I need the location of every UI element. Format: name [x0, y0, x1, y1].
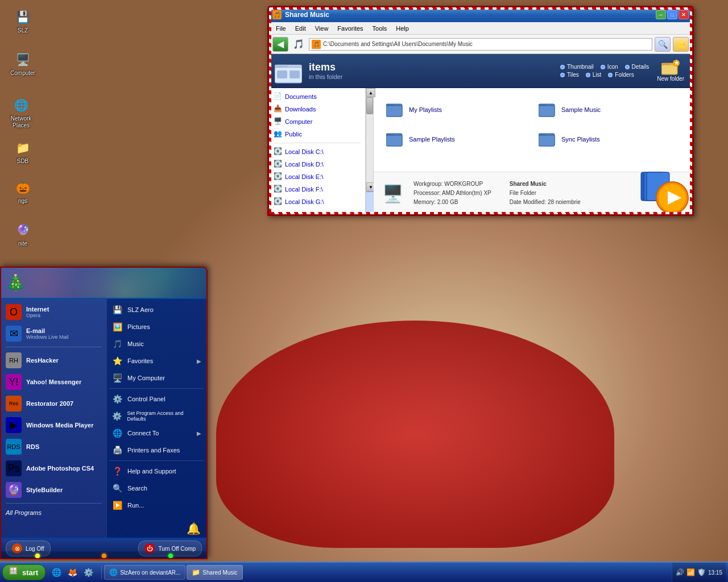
favorites-button[interactable]: ⭐: [673, 37, 689, 52]
sidebar-disk-g[interactable]: 💽 Local Disk G:\: [269, 196, 365, 208]
start-program-rds[interactable]: RDS RDS: [1, 436, 106, 458]
desktop-icon-network[interactable]: 🌐 Network Places: [1, 94, 41, 131]
menu-help[interactable]: ❓ Help and Support: [107, 463, 206, 480]
start-menu: 🎄 O Internet Opera ✉ E-mail Windows Live…: [0, 267, 208, 559]
sidebar-public[interactable]: 👥 Public: [269, 128, 365, 140]
slzaero-taskbar-icon: 🌐: [109, 568, 118, 576]
slz-aero-icon: 💾: [111, 304, 123, 315]
desktop-icon-nite[interactable]: 🔮 nite: [3, 219, 43, 250]
shared-music-name: Shared Music: [510, 180, 581, 189]
maximize-button[interactable]: □: [667, 10, 677, 19]
sdb-icon: 📁: [14, 139, 32, 157]
desktop-icon-ngs[interactable]: 🎃 ngs: [3, 176, 43, 207]
ps-icon: Ps: [6, 460, 22, 476]
system-info: Workgroup: WORKGROUP Processor: AMD Athl…: [413, 180, 491, 207]
menu-tools[interactable]: Tools: [368, 24, 392, 33]
my-playlists-icon: [386, 101, 404, 119]
sidebar-downloads[interactable]: 📥 Downloads: [269, 103, 365, 115]
close-button[interactable]: ✕: [679, 10, 689, 19]
back-button[interactable]: ◀: [272, 37, 288, 52]
start-program-wmp[interactable]: ▶ Windows Media Player: [1, 414, 106, 436]
view-folders[interactable]: Folders: [608, 72, 634, 78]
start-program-yahoo[interactable]: Y! Yahoo! Messenger: [1, 371, 106, 393]
sidebar-disk-d[interactable]: 💽 Local Disk D:\: [269, 158, 365, 171]
sidebar-disk-c[interactable]: 💽 Local Disk C:\: [269, 146, 365, 158]
ql-settings[interactable]: ⚙️: [81, 565, 96, 580]
sync-playlists-label: Sync Playlists: [561, 136, 600, 143]
menu-search[interactable]: 🔍 Search: [107, 480, 206, 497]
view-details[interactable]: Details: [625, 64, 650, 70]
internet-text: Internet Opera: [26, 306, 49, 318]
menu-edit[interactable]: Edit: [291, 24, 311, 33]
view-tiles[interactable]: Tiles: [560, 72, 579, 78]
new-folder-button[interactable]: ★ New folder: [655, 57, 686, 84]
svg-rect-15: [539, 106, 555, 117]
menu-set-program-access[interactable]: ⚙️ Set Program Access and Defaults: [107, 408, 206, 425]
my-playlists-label: My Playlists: [409, 106, 442, 113]
details-radio: [625, 65, 630, 69]
file-my-playlists[interactable]: My Playlists: [383, 97, 531, 122]
all-programs[interactable]: All Programs: [1, 506, 106, 519]
file-sync-playlists[interactable]: Sync Playlists: [535, 127, 683, 152]
menu-music[interactable]: 🎵 Music: [107, 335, 206, 352]
taskbar-shared-music[interactable]: 📁 Shared Music: [187, 565, 242, 580]
desktop-icon-computer[interactable]: 🖥️ Computer: [3, 48, 43, 79]
view-list[interactable]: List: [586, 72, 602, 78]
start-program-restorator[interactable]: Res Restorator 2007: [1, 393, 106, 414]
search-button[interactable]: 🔍: [655, 37, 671, 52]
start-program-reshacker[interactable]: RH ResHacker: [1, 350, 106, 371]
pumpkin-icon: 🎃: [14, 178, 32, 197]
view-thumbnail[interactable]: Thumbnail: [560, 64, 594, 70]
sidebar-disk-e[interactable]: 💽 Local Disk E:\: [269, 171, 365, 183]
menu-my-computer[interactable]: 🖥️ My Computer: [107, 369, 206, 386]
menu-favorites[interactable]: Favorites: [333, 24, 367, 33]
xmas-bells: 🔔: [187, 522, 201, 535]
menu-help[interactable]: Help: [391, 24, 413, 33]
address-bar[interactable]: 🎵 C:\Documents and Settings\All Users\Do…: [309, 38, 652, 51]
tray-clock[interactable]: 13:15: [708, 569, 722, 576]
pictures-icon: 🖼️: [111, 321, 123, 332]
tiles-radio: [560, 73, 565, 77]
start-program-internet[interactable]: O Internet Opera: [1, 301, 106, 323]
quick-launch: 🌐 🦊 ⚙️: [49, 565, 96, 580]
menu-view[interactable]: View: [311, 24, 333, 33]
desktop-icon-slz[interactable]: 💾 SLZ: [3, 6, 43, 36]
sidebar-documents[interactable]: 📄 Documents: [269, 90, 365, 103]
tray-network[interactable]: 🔊: [676, 568, 684, 576]
start-program-email[interactable]: ✉ E-mail Windows Live Mail: [1, 323, 106, 344]
info-panel: 🖥️ Workgroup: WORKGROUP Processor: AMD A…: [374, 172, 692, 214]
start-program-stylebuilder[interactable]: 🔮 StyleBuilder: [1, 479, 106, 501]
sidebar-computer[interactable]: 🖥️ Computer: [269, 115, 365, 128]
ql-ie[interactable]: 🌐: [49, 565, 64, 580]
nite-label: nite: [18, 240, 27, 247]
address-text: C:\Documents and Settings\All Users\Docu…: [323, 41, 473, 47]
menu-connect-to[interactable]: 🌐 Connect To ▶: [107, 425, 206, 442]
menu-file[interactable]: File: [271, 24, 291, 33]
start-button[interactable]: 🪟 start: [2, 564, 46, 580]
sidebar-disk-f[interactable]: 💽 Local Disk F:\: [269, 183, 365, 196]
menu-printers[interactable]: 🖨️ Printers and Faxes: [107, 442, 206, 459]
ql-firefox[interactable]: 🦊: [65, 565, 80, 580]
menu-run[interactable]: ▶️ Run...: [107, 497, 206, 514]
new-folder-icon: ★: [661, 60, 680, 76]
file-sample-music[interactable]: Sample Music: [535, 97, 683, 122]
wmp-text: Windows Media Player: [26, 422, 94, 429]
menu-control-panel[interactable]: ⚙️ Control Panel: [107, 390, 206, 408]
menu-pictures[interactable]: 🖼️ Pictures: [107, 318, 206, 335]
start-program-photoshop[interactable]: Ps Adobe Photoshop CS4: [1, 458, 106, 479]
tray-security[interactable]: 🛡️: [697, 568, 706, 576]
disk-g-icon: 💽: [274, 197, 283, 206]
menu-favorites[interactable]: ⭐ Favorites ▶: [107, 352, 206, 369]
taskbar-slzaero[interactable]: 🌐 SlzAero on deviantAR...: [104, 565, 185, 580]
view-icon[interactable]: Icon: [601, 64, 618, 70]
minimize-button[interactable]: ─: [656, 10, 666, 19]
tray-volume[interactable]: 📶: [686, 568, 695, 576]
sidebar-scrollbar[interactable]: ▲ ▼: [366, 88, 374, 214]
explorer-window: 🎵 Shared Music ─ □ ✕ File Edit View Favo…: [267, 6, 694, 216]
help-icon: ❓: [111, 465, 123, 477]
sync-playlists-icon: [539, 130, 557, 148]
sample-playlists-label: Sample Playlists: [409, 136, 455, 143]
desktop-icon-sdb[interactable]: 📁 SDB: [3, 136, 43, 167]
file-sample-playlists[interactable]: Sample Playlists: [383, 127, 531, 152]
menu-slz-aero[interactable]: 💾 SLZ Aero: [107, 301, 206, 318]
